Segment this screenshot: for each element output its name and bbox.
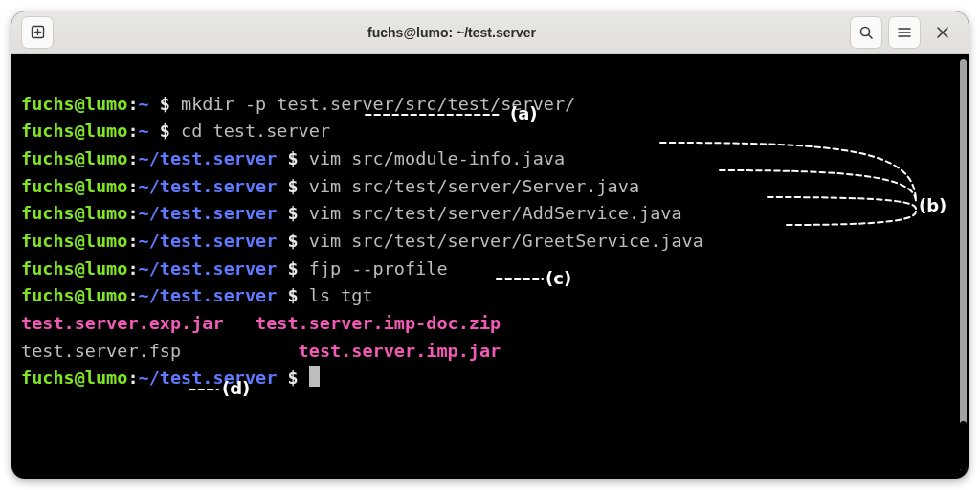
close-icon [936, 26, 949, 39]
terminal-window: fuchs@lumo: ~/test.server fuchs@lumo:~ $… [11, 11, 969, 479]
term-line: fuchs@lumo:~/test.server $ vim src/modul… [21, 148, 565, 168]
term-line: fuchs@lumo:~/test.server $ ls tgt [21, 285, 373, 305]
window-titlebar: fuchs@lumo: ~/test.server [11, 11, 969, 54]
new-tab-button[interactable] [21, 16, 54, 49]
annotation-c: (c) [546, 268, 571, 288]
search-button[interactable] [850, 16, 882, 49]
svg-line-2 [869, 34, 873, 38]
terminal-output[interactable]: fuchs@lumo:~ $ mkdir -p test.server/src/… [11, 54, 959, 479]
terminal-cursor [309, 366, 320, 387]
annotation-a: (a) [510, 103, 538, 123]
menu-button[interactable] [888, 16, 921, 49]
term-line: fuchs@lumo:~/test.server $ fjp --profile [21, 258, 448, 278]
term-line: fuchs@lumo:~ $ mkdir -p test.server/src/… [21, 94, 575, 114]
hamburger-icon [897, 25, 912, 40]
term-line: fuchs@lumo:~ $ cd test.server [21, 121, 330, 141]
term-line: test.server.fsp test.server.imp.jar [21, 341, 501, 361]
term-line: fuchs@lumo:~/test.server $ vim src/test/… [21, 231, 703, 251]
term-line: fuchs@lumo:~/test.server $ [21, 368, 320, 388]
close-button[interactable] [926, 17, 959, 48]
annotation-b: (b) [919, 195, 947, 215]
terminal-scrollbar[interactable] [960, 59, 967, 471]
search-icon [858, 25, 874, 40]
term-line: fuchs@lumo:~/test.server $ vim src/test/… [21, 203, 682, 223]
terminal-viewport[interactable]: fuchs@lumo:~ $ mkdir -p test.server/src/… [11, 54, 969, 479]
annotation-d: (d) [222, 378, 250, 398]
term-line: fuchs@lumo:~/test.server $ vim src/test/… [21, 176, 639, 196]
window-title: fuchs@lumo: ~/test.server [54, 25, 850, 40]
term-line: test.server.exp.jar test.server.imp-doc.… [21, 313, 501, 333]
